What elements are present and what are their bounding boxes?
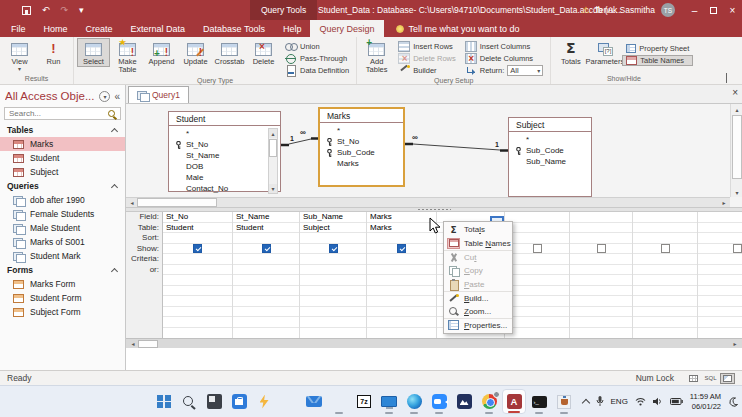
delete-button[interactable]: × Delete [247,38,280,67]
wifi-icon[interactable] [635,397,646,406]
query-design-surface[interactable]: 1 ∞ ∞ 1 Student*St_NoSt_NameDOBMaleConta… [126,104,742,207]
taskbar-7zip-icon[interactable]: 7z [352,389,376,414]
context-menu-item-table-names[interactable]: Table Names [444,237,512,251]
grid-cell[interactable]: Student [163,223,232,234]
grid-cell[interactable] [233,317,299,328]
make-table-button[interactable]: ★! Make Table [111,38,144,76]
menu-item-home[interactable]: Home [35,20,77,37]
grid-column-3[interactable]: Sub_NameSubject [300,212,367,338]
grid-cell[interactable] [300,244,366,255]
grid-cell[interactable] [505,212,569,223]
taskbar-edge-icon[interactable] [402,389,426,414]
grid-cell[interactable] [233,307,299,318]
scroll-left-icon[interactable]: ◂ [128,339,138,348]
grid-cell[interactable] [570,254,632,265]
scroll-up-icon[interactable]: ▴ [732,104,742,114]
datasheet-view-button[interactable] [686,373,701,384]
grid-cell[interactable] [163,275,232,286]
grid-cell[interactable] [570,223,632,234]
battery-icon[interactable] [670,398,683,405]
grid-cell[interactable] [633,317,697,328]
field-row-st-no[interactable]: St_No [174,139,278,150]
grid-cell[interactable] [698,265,742,276]
show-checkbox[interactable] [193,244,202,253]
grid-cell[interactable] [698,212,742,223]
design-vertical-scrollbar[interactable]: ▴ ▾ [730,104,742,197]
grid-cell[interactable] [633,233,697,244]
grid-cell[interactable] [698,296,742,307]
sidebar-section-tables[interactable]: Tables [0,123,125,137]
show-checkbox[interactable] [597,244,606,253]
grid-cell[interactable] [300,296,366,307]
nav-pane-menu-icon[interactable]: ▾ [99,91,110,102]
grid-cell[interactable] [633,286,697,297]
sidebar-item-dob-after-1990[interactable]: dob after 1990 [0,193,125,207]
scroll-left-icon[interactable]: ◂ [127,198,137,207]
grid-cell[interactable]: Student [233,223,299,234]
grid-cell[interactable] [505,317,569,328]
taskbar-voice-recorder-icon[interactable] [277,389,301,414]
grid-cell[interactable]: Marks [367,212,436,223]
taskbar-file-explorer-icon[interactable] [327,389,351,414]
grid-cell[interactable] [633,275,697,286]
grid-column-4[interactable]: MarksMarks [367,212,437,338]
scroll-up-icon[interactable]: ▴ [269,129,277,138]
scroll-right-icon[interactable]: ▸ [730,339,740,348]
field-list-student[interactable]: Student*St_NoSt_NameDOBMaleContact_No▴▾ [168,111,281,192]
field-row-st-name[interactable]: St_Name [174,150,278,161]
maximize-button[interactable] [704,0,723,20]
sidebar-item-subject-form[interactable]: Subject Form [0,305,125,319]
builder-button[interactable]: Builder [394,65,460,76]
sidebar-item-student-form[interactable]: Student Form [0,291,125,305]
select-button[interactable]: Select [77,38,110,67]
tab-query1[interactable]: Query1 [128,86,189,103]
taskbar-app-dark-icon[interactable] [202,389,226,414]
grid-cell[interactable] [633,265,697,276]
user-name[interactable]: Tenuk Sasmitha [595,5,655,15]
context-menu-item-build[interactable]: Build... [444,291,512,305]
sidebar-section-queries[interactable]: Queries [0,179,125,193]
union-button[interactable]: Union [281,41,353,52]
field-list-subject[interactable]: Subject*Sub_CodeSub_Name [508,117,592,197]
grid-horizontal-scrollbar[interactable]: ◂ ▸ [126,338,742,348]
insert-rows-button[interactable]: Insert Rows [394,41,460,52]
menu-item-file[interactable]: File [2,20,35,37]
field-row-marks[interactable]: Marks [325,158,401,169]
taskbar-store-icon[interactable] [227,389,251,414]
field-row-sub-code[interactable]: Sub_Code [514,145,589,156]
taskbar-access-icon[interactable]: A [502,389,526,414]
return-control[interactable]: Return: All ▾ [461,65,548,76]
grid-cell[interactable]: St_Name [233,212,299,223]
menu-item-external-data[interactable]: External Data [122,20,195,37]
grid-cell[interactable] [570,233,632,244]
sidebar-section-forms[interactable]: Forms [0,263,125,277]
collapse-ribbon-icon[interactable] [726,74,736,82]
grid-cell[interactable] [698,244,742,255]
taskbar-java-icon[interactable] [552,389,576,414]
speaker-icon[interactable] [653,397,663,406]
menu-item-create[interactable]: Create [77,20,122,37]
grid-cell[interactable] [633,244,697,255]
grid-cell[interactable] [163,317,232,328]
language-indicator[interactable]: ENG [611,397,628,406]
sidebar-item-male-student[interactable]: Male Student [0,221,125,235]
grid-cell[interactable] [505,296,569,307]
grid-cell[interactable] [570,244,632,255]
totals-button[interactable]: Σ Totals [554,38,587,67]
sidebar-item-marks-of-s001[interactable]: Marks of S001 [0,235,125,249]
grid-cell[interactable] [163,233,232,244]
grid-cell[interactable]: Marks [367,223,436,234]
return-select[interactable]: All ▾ [507,65,543,76]
insert-columns-button[interactable]: Insert Columns [461,41,548,52]
scroll-thumb[interactable] [138,340,158,348]
grid-cell[interactable] [633,212,697,223]
grid-cell[interactable] [698,317,742,328]
grid-cell[interactable] [633,254,697,265]
show-checkbox[interactable] [329,244,338,253]
taskbar-search-icon[interactable] [177,389,201,414]
show-checkbox[interactable] [397,244,406,253]
grid-cell[interactable] [300,233,366,244]
taskbar-terminal-icon[interactable] [527,389,551,414]
grid-column-2[interactable]: St_NameStudent [233,212,300,338]
field-list-scrollbar[interactable]: ▴▾ [268,128,278,194]
